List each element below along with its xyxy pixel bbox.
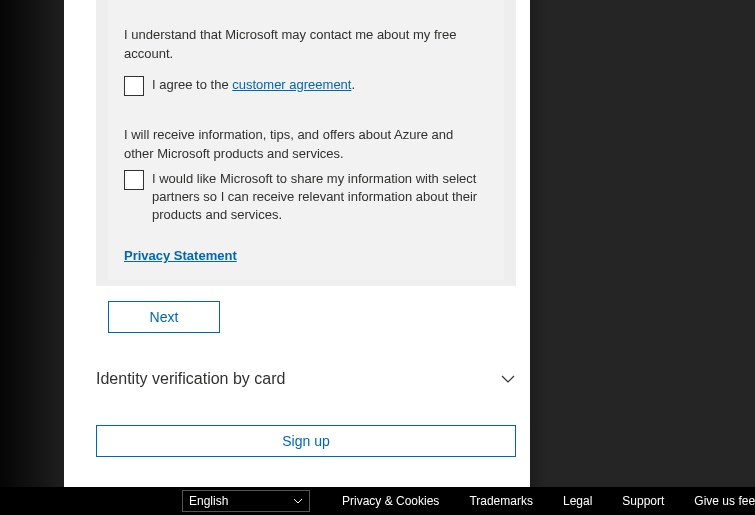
offers-disclosure: I will receive information, tips, and of… — [124, 126, 484, 164]
left-gutter — [0, 0, 64, 515]
footer-links: Privacy & Cookies Trademarks Legal Suppo… — [342, 487, 755, 515]
contact-disclosure: I understand that Microsoft may contact … — [124, 26, 484, 64]
signup-button[interactable]: Sign up — [96, 425, 516, 457]
agree-label: I agree to the customer agreement. — [152, 76, 355, 94]
panel-shadow — [530, 0, 546, 515]
footer-privacy-link[interactable]: Privacy & Cookies — [342, 494, 439, 508]
footer-trademarks-link[interactable]: Trademarks — [469, 494, 533, 508]
chevron-down-icon — [293, 496, 303, 506]
footer-support-link[interactable]: Support — [622, 494, 664, 508]
agree-suffix: . — [351, 77, 355, 92]
share-checkbox[interactable] — [124, 170, 144, 190]
privacy-statement-link[interactable]: Privacy Statement — [124, 248, 237, 263]
form-section-outer: I understand that Microsoft may contact … — [96, 0, 516, 286]
agree-prefix: I agree to the — [152, 77, 232, 92]
footer-feedback-link[interactable]: Give us feed — [694, 494, 755, 508]
identity-verification-toggle[interactable]: Identity verification by card — [96, 370, 516, 388]
footer: English Privacy & Cookies Trademarks Leg… — [0, 487, 755, 515]
main-panel: I understand that Microsoft may contact … — [64, 0, 530, 487]
language-value: English — [189, 494, 228, 508]
chevron-down-icon — [500, 371, 516, 387]
identity-title: Identity verification by card — [96, 370, 285, 388]
share-row: I would like Microsoft to share my infor… — [124, 170, 482, 225]
next-button-label: Next — [150, 309, 179, 325]
signup-button-label: Sign up — [282, 433, 329, 449]
next-button[interactable]: Next — [108, 301, 220, 333]
right-gutter — [535, 0, 755, 515]
footer-legal-link[interactable]: Legal — [563, 494, 592, 508]
customer-agreement-link[interactable]: customer agreement — [232, 77, 351, 92]
agree-checkbox[interactable] — [124, 76, 144, 96]
agree-row: I agree to the customer agreement. — [124, 76, 355, 96]
language-select[interactable]: English — [182, 490, 310, 512]
share-label: I would like Microsoft to share my infor… — [152, 170, 482, 225]
form-section: I understand that Microsoft may contact … — [108, 0, 504, 280]
